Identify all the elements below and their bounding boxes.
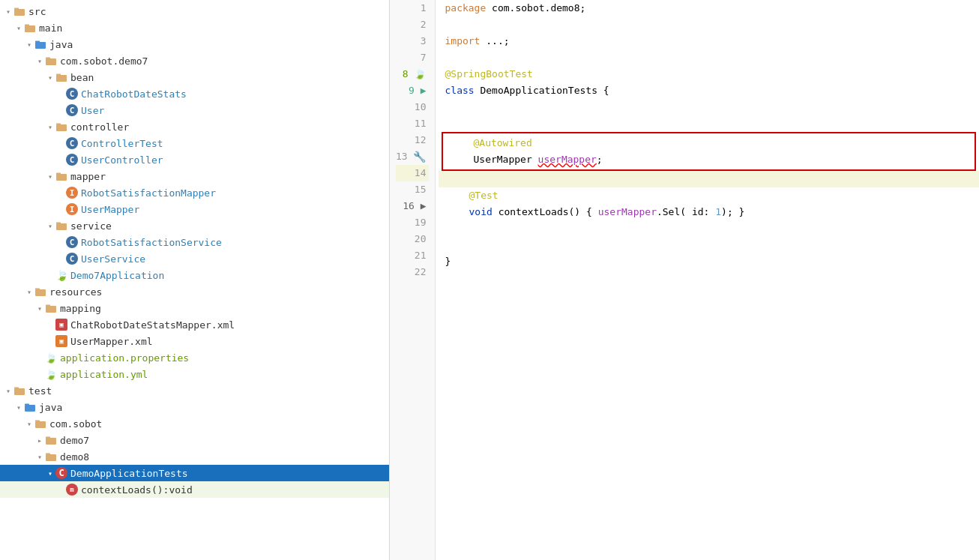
tree-item-controller[interactable]: controller [0,118,389,135]
svg-rect-0 [14,9,25,16]
svg-rect-11 [56,124,61,125]
svg-rect-3 [25,25,29,26]
code-line-21: } [439,253,979,270]
code-line-9: class DemoApplicationTests { [439,82,979,99]
code-line-19 [439,220,979,237]
ln-22: 22 [396,264,429,280]
tree-item-DemoApplicationTests[interactable]: C DemoApplicationTests [0,465,389,481]
class-icon-UserService: C [66,253,78,265]
tree-item-RobotSatisfactionService[interactable]: C RobotSatisfactionService [0,234,389,250]
tree-item-UserService[interactable]: C UserService [0,250,389,267]
svg-rect-4 [35,42,46,49]
folder-icon-resources [34,286,46,297]
svg-rect-25 [35,421,40,422]
app-icon-Demo7Application: 🍃 [55,270,67,280]
label-RobotSatisfactionService: RobotSatisfactionService [81,237,222,248]
ln-12: 12 [396,132,429,148]
tree-item-src[interactable]: src [0,3,389,19]
ln-3: 3 [396,33,429,49]
tree-item-com-sobot[interactable]: com.sobot [0,415,389,432]
tree-item-mapper[interactable]: mapper [0,168,389,184]
svg-rect-19 [46,305,50,307]
ln-2: 2 [396,16,429,33]
svg-rect-16 [35,289,46,296]
tree-item-ControllerTest[interactable]: C ControllerTest [0,135,389,151]
svg-rect-20 [14,388,25,395]
code-package-name: com.sobot.demo8 [492,0,579,16]
svg-rect-15 [56,223,61,224]
tree-item-application-properties[interactable]: 🍃 application.properties [0,349,389,366]
arrow-com-sobot [24,420,34,428]
red-box-highlight: @Autowired UserMapper userMapper; [442,132,976,171]
interface-icon-RobotSatisfactionMapper: I [66,187,78,199]
svg-rect-28 [46,454,56,461]
code-keyword: package [445,0,492,16]
svg-rect-22 [25,405,35,412]
arrow-controller [45,123,55,131]
tree-item-test-java[interactable]: java [0,399,389,415]
code-panel: 1 2 3 7 8 🍃 9 ▶ 10 11 12 13 🔧 14 15 16 ▶… [390,0,979,560]
tree-item-RobotSatisfactionMapper[interactable]: I RobotSatisfactionMapper [0,184,389,201]
class-icon-ChatRobotDateStats: C [66,88,78,100]
code-annotation-autowired: @Autowired [473,135,531,151]
label-UserMapper: UserMapper [81,204,139,215]
svg-rect-5 [35,41,40,43]
tree-item-mapping[interactable]: mapping [0,300,389,316]
label-mapping: mapping [60,303,101,314]
label-RobotSatisfactionMapper: RobotSatisfactionMapper [81,187,216,199]
tree-item-UserMapper-xml[interactable]: ▣ UserMapper.xml [0,333,389,349]
xml-icon-UserMapper: ▣ [55,335,67,347]
label-UserMapper-xml: UserMapper.xml [70,336,153,347]
label-DemoApplicationTests: DemoApplicationTests [70,468,188,479]
tree-item-com-sobot-demo7[interactable]: com.sobot.demo7 [0,52,389,69]
code-line-3: import ...; [439,33,979,49]
tree-item-UserController[interactable]: C UserController [0,151,389,168]
tree-item-test[interactable]: test [0,382,389,399]
tree-item-java[interactable]: java [0,36,389,52]
tree-item-demo7[interactable]: demo7 [0,432,389,448]
arrow-demo8 [34,453,45,461]
test-icon-DemoApplicationTests: C [55,467,67,479]
arrow-src [3,7,13,16]
label-resources: resources [49,286,102,298]
label-UserController: UserController [81,154,163,166]
label-java: java [49,39,73,50]
arrow-test [3,387,13,395]
tree-item-bean[interactable]: bean [0,69,389,85]
label-demo7: demo7 [60,435,89,446]
arrow-DemoApplicationTests [45,469,55,478]
tree-item-main[interactable]: main [0,19,389,36]
arrow-main [13,24,24,32]
code-annotation-springboottest: @SpringBootTest [445,66,532,82]
label-application-yml: application.yml [60,369,148,380]
arrow-mapping [34,304,45,313]
tree-item-resources[interactable]: resources [0,283,389,300]
tree-item-contextLoads[interactable]: m contextLoads():void [0,481,389,498]
code-line-16: void contextLoads() { userMapper.Sel( id… [439,204,979,220]
label-controller: controller [70,121,129,133]
tree-item-Demo7Application[interactable]: 🍃 Demo7Application [0,267,389,283]
tree-item-User[interactable]: C User [0,102,389,118]
label-service: service [70,220,112,232]
folder-icon-demo8 [45,451,57,462]
tree-item-application-yml[interactable]: 🍃 application.yml [0,366,389,382]
label-test: test [28,385,52,397]
code-line-12: @Autowired [443,135,975,151]
tree-item-ChatRobotDateStatsMapper-xml[interactable]: ▣ ChatRobotDateStatsMapper.xml [0,316,389,333]
line-numbers: 1 2 3 7 8 🍃 9 ▶ 10 11 12 13 🔧 14 15 16 ▶… [390,0,436,560]
svg-rect-24 [35,421,46,428]
class-icon-RobotSatisfactionService: C [66,236,78,248]
folder-icon-mapper [55,171,67,181]
tree-item-ChatRobotDateStats[interactable]: C ChatRobotDateStats [0,85,389,102]
label-contextLoads: contextLoads():void [81,484,193,496]
tree-item-UserMapper[interactable]: I UserMapper [0,201,389,217]
svg-rect-18 [46,306,56,313]
label-ChatRobotDateStatsMapper-xml: ChatRobotDateStatsMapper.xml [70,319,235,331]
label-mapper: mapper [70,171,106,182]
svg-rect-9 [56,74,61,76]
code-line-15: @Test [439,187,979,204]
method-icon-contextLoads: m [66,484,78,496]
tree-item-demo8[interactable]: demo8 [0,448,389,465]
svg-rect-6 [46,58,56,65]
tree-item-service[interactable]: service [0,217,389,234]
